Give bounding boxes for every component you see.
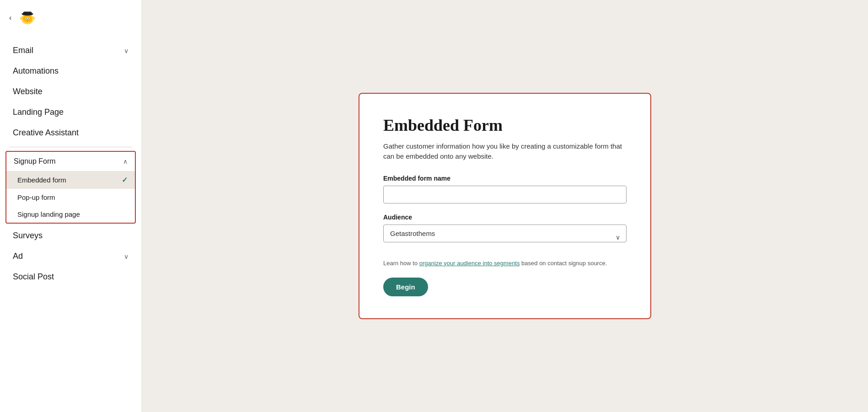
sidebar-nav: Email ∨ Automations Website Landing Page… xyxy=(0,36,141,412)
sidebar-item-creative-assistant-label: Creative Assistant xyxy=(13,128,79,138)
sidebar-item-ad[interactable]: Ad ∨ xyxy=(0,246,141,267)
sidebar-item-website[interactable]: Website xyxy=(0,81,141,102)
svg-point-5 xyxy=(28,18,29,19)
embedded-form-card: Embedded Form Gather customer informatio… xyxy=(359,93,651,320)
signup-form-label: Signup Form xyxy=(14,157,56,166)
svg-point-1 xyxy=(23,15,32,22)
help-text-before: Learn how to xyxy=(383,260,419,267)
svg-point-4 xyxy=(26,18,27,19)
sidebar-item-email-label: Email xyxy=(13,46,33,55)
audience-field-label: Audience xyxy=(383,214,627,221)
begin-button[interactable]: Begin xyxy=(383,278,428,296)
help-text: Learn how to organize your audience into… xyxy=(383,259,627,268)
form-card-title: Embedded Form xyxy=(383,116,627,135)
embedded-form-label: Embedded form xyxy=(17,176,66,184)
embedded-form-name-input[interactable] xyxy=(383,186,627,203)
signup-landing-page-label: Signup landing page xyxy=(17,210,80,218)
signup-sub-items: Embedded form ✓ Pop-up form Signup landi… xyxy=(6,171,135,223)
sidebar-item-social-post-label: Social Post xyxy=(13,272,54,282)
form-card-description: Gather customer information how you like… xyxy=(383,141,627,162)
sidebar-item-creative-assistant[interactable]: Creative Assistant xyxy=(0,123,141,143)
nav-divider xyxy=(9,147,132,147)
ad-chevron-icon: ∨ xyxy=(124,253,129,260)
help-text-after: based on contact signup source. xyxy=(520,260,607,267)
sidebar-item-ad-label: Ad xyxy=(13,251,23,261)
audience-select-wrapper: Getastrothems ∨ xyxy=(383,225,627,251)
sidebar-item-automations-label: Automations xyxy=(13,66,59,76)
popup-form-label: Pop-up form xyxy=(17,193,55,201)
signup-form-header[interactable]: Signup Form ∧ xyxy=(6,152,135,171)
sidebar-item-popup-form[interactable]: Pop-up form xyxy=(6,189,135,206)
sidebar-item-landing-page[interactable]: Landing Page xyxy=(0,102,141,123)
svg-rect-10 xyxy=(23,12,32,16)
svg-point-6 xyxy=(27,19,29,21)
sidebar-item-signup-landing-page[interactable]: Signup landing page xyxy=(6,206,135,223)
svg-point-7 xyxy=(20,16,23,20)
sidebar-item-surveys[interactable]: Surveys xyxy=(0,225,141,246)
email-chevron-icon: ∨ xyxy=(124,47,129,54)
svg-point-8 xyxy=(32,16,35,20)
signup-form-chevron-icon: ∧ xyxy=(123,158,128,165)
sidebar-item-automations[interactable]: Automations xyxy=(0,61,141,81)
sidebar-header: ‹ xyxy=(0,0,141,36)
signup-form-section: Signup Form ∧ Embedded form ✓ Pop-up for… xyxy=(5,151,136,224)
back-arrow-button[interactable]: ‹ xyxy=(9,14,11,22)
sidebar-item-landing-page-label: Landing Page xyxy=(13,107,64,117)
main-content: Embedded Form Gather customer informatio… xyxy=(142,0,868,412)
sidebar-item-website-label: Website xyxy=(13,87,43,96)
sidebar: ‹ Email ∨ Automations xyxy=(0,0,142,412)
sidebar-item-email[interactable]: Email ∨ xyxy=(0,40,141,61)
sidebar-item-embedded-form[interactable]: Embedded form ✓ xyxy=(6,171,135,189)
organize-segments-link[interactable]: organize your audience into segments xyxy=(419,260,520,267)
mailchimp-logo xyxy=(18,8,37,27)
sidebar-item-surveys-label: Surveys xyxy=(13,231,43,241)
audience-select[interactable]: Getastrothems xyxy=(383,225,627,242)
sidebar-item-social-post[interactable]: Social Post xyxy=(0,267,141,287)
name-field-label: Embedded form name xyxy=(383,175,627,182)
embedded-form-check-icon: ✓ xyxy=(122,176,128,184)
